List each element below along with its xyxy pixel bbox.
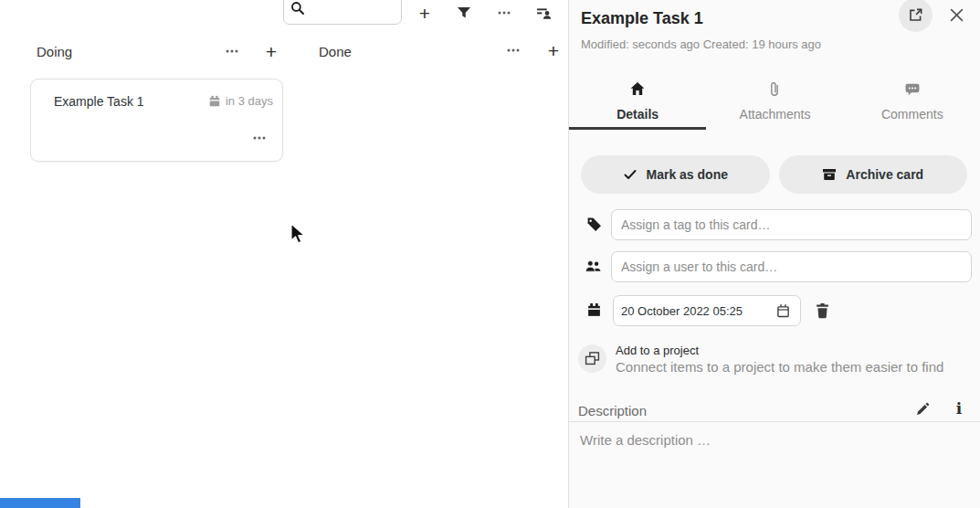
users-icon: [585, 259, 602, 278]
pencil-icon: [915, 402, 930, 417]
assign-user-input[interactable]: [611, 251, 972, 282]
tab-comments[interactable]: Comments: [844, 76, 980, 130]
doing-column-more-icon[interactable]: [220, 39, 244, 63]
plus-icon: +: [548, 41, 559, 60]
column-title-done: Done: [319, 44, 352, 59]
more-menu-icon[interactable]: [492, 1, 516, 25]
projects-icon: [585, 351, 600, 366]
task-card-due: in 3 days: [208, 94, 273, 108]
filter-icon[interactable]: [452, 1, 476, 25]
due-date-field[interactable]: 20 October 2022 05:25: [613, 295, 801, 326]
home-icon: [630, 81, 646, 100]
plus-icon: +: [266, 42, 277, 61]
column-title-doing: Doing: [37, 44, 72, 59]
add-card-button[interactable]: +: [413, 1, 437, 25]
check-icon: [623, 167, 638, 182]
paperclip-icon: [767, 81, 783, 100]
description-divider: [569, 421, 980, 422]
description-placeholder[interactable]: Write a description …: [580, 432, 711, 448]
archive-card-button[interactable]: Archive card: [779, 155, 968, 194]
app-window: + Doing + Done + Example Task 1: [0, 0, 980, 508]
plus-icon: +: [419, 4, 430, 23]
calendar-icon: [208, 95, 221, 108]
panel-meta: Modified: seconds ago Created: 19 hours …: [581, 37, 821, 51]
date-picker-icon[interactable]: [773, 301, 793, 321]
add-to-project-title[interactable]: Add to a project: [616, 344, 699, 357]
open-in-window-button[interactable]: [899, 0, 933, 32]
done-column-more-icon[interactable]: [501, 38, 525, 62]
tab-details-label: Details: [569, 107, 706, 122]
description-info-icon[interactable]: i: [947, 397, 971, 420]
card-more-icon[interactable]: [248, 126, 271, 150]
archive-card-label: Archive card: [846, 167, 923, 182]
due-date-value: 20 October 2022 05:25: [621, 304, 773, 318]
task-card-title: Example Task 1: [54, 94, 144, 109]
tag-icon: [586, 217, 602, 236]
due-label: in 3 days: [226, 94, 273, 108]
mouse-cursor: [290, 223, 307, 249]
tab-details[interactable]: Details: [569, 76, 706, 130]
search-icon: [290, 1, 305, 19]
detail-tabs: Details Attachments Comments: [569, 76, 980, 130]
description-label: Description: [578, 403, 647, 418]
external-link-icon: [908, 7, 923, 23]
tab-attachments[interactable]: Attachments: [706, 76, 843, 130]
mark-as-done-button[interactable]: Mark as done: [581, 155, 770, 194]
done-column-add-button[interactable]: +: [542, 38, 565, 62]
edit-description-icon[interactable]: [911, 398, 934, 420]
add-to-project-subtitle: Connect items to a project to make them …: [616, 359, 943, 375]
panel-title: Example Task 1: [581, 9, 703, 28]
kanban-board: + Doing + Done + Example Task 1: [0, 0, 568, 508]
card-action-buttons: Mark as done Archive card: [581, 155, 967, 194]
mark-as-done-label: Mark as done: [647, 167, 728, 182]
card-detail-panel: Example Task 1 Modified: seconds ago Cre…: [568, 0, 980, 508]
archive-icon: [822, 167, 837, 182]
search-input[interactable]: [283, 0, 402, 25]
comment-icon: [904, 81, 920, 100]
sort-by-user-icon[interactable]: [532, 1, 555, 25]
doing-column-add-button[interactable]: +: [259, 39, 283, 63]
add-to-project-button[interactable]: [578, 344, 606, 373]
close-icon[interactable]: [945, 4, 968, 26]
delete-date-icon[interactable]: [810, 299, 834, 323]
calendar-icon: [586, 302, 602, 322]
assign-tag-input[interactable]: [611, 209, 972, 240]
bottom-left-blue-bar: [0, 498, 80, 508]
tab-attachments-label: Attachments: [706, 107, 843, 122]
task-card[interactable]: Example Task 1 in 3 days: [30, 79, 283, 162]
tab-comments-label: Comments: [844, 107, 980, 122]
